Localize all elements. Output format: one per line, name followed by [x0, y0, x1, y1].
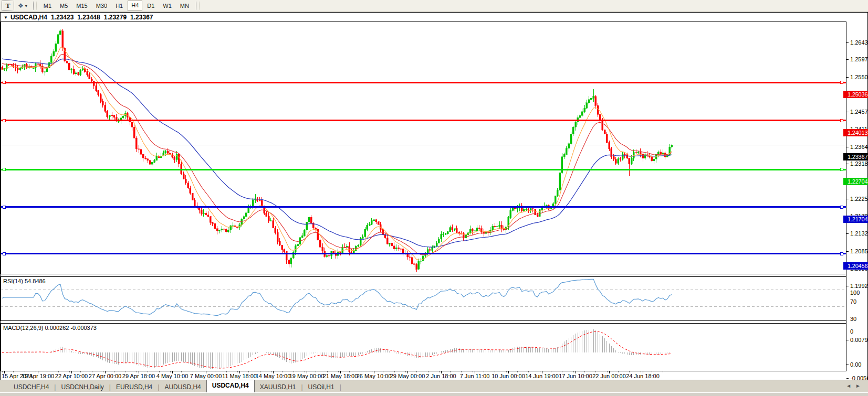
time-tick-minor — [159, 371, 160, 372]
time-tick-minor — [495, 371, 495, 372]
rsi-label: RSI(14) 54.8486 — [3, 278, 46, 284]
time-tick-minor — [226, 371, 227, 372]
tab-scroll-right-icon[interactable]: ► — [855, 383, 865, 389]
time-tick-minor — [595, 371, 596, 372]
time-tick-minor — [305, 371, 305, 372]
axis-border — [846, 22, 846, 371]
time-tick-minor — [215, 371, 215, 372]
time-tick-minor — [47, 371, 47, 372]
tab-usdchf-h4[interactable]: USDCHF,H4 — [8, 381, 54, 393]
price-tick-label: 1.19920 — [850, 283, 868, 289]
timeframe-bar: M1M5M15M30H1H4D1W1MN — [39, 1, 193, 11]
time-tick-minor — [416, 371, 417, 372]
tab-scroll: ◄► — [846, 383, 865, 389]
ohlc-low: 1.23279 — [104, 14, 127, 21]
time-tick-minor — [193, 371, 193, 372]
timeframe-button-m15[interactable]: M15 — [72, 1, 91, 10]
time-tick-minor — [80, 371, 81, 372]
macd-panel[interactable] — [1, 323, 846, 371]
collapse-triangle-icon[interactable]: ▼ — [4, 15, 8, 20]
time-axis-label: 19 Apr 19:00 — [22, 373, 54, 379]
time-tick-minor — [618, 371, 619, 372]
time-tick-minor — [327, 371, 328, 372]
objects-button[interactable]: ❖ ▾ — [15, 1, 30, 10]
timeframe-button-m30[interactable]: M30 — [92, 1, 111, 10]
time-tick-minor — [540, 371, 540, 372]
timeframe-button-h4[interactable]: H4 — [128, 1, 142, 11]
timeframe-button-d1[interactable]: D1 — [143, 1, 158, 10]
time-axis-label: 22 Apr 10:00 — [55, 373, 88, 379]
time-tick-minor — [405, 371, 406, 372]
macd-axis-label: 0.007959 — [850, 337, 868, 343]
time-tick-minor — [92, 371, 92, 372]
time-tick-minor — [316, 371, 316, 372]
tab-scroll-left-icon[interactable]: ◄ — [846, 383, 855, 389]
rsi-panel[interactable] — [1, 276, 846, 321]
price-tick-label: 1.24570 — [850, 109, 868, 115]
time-tick-minor — [338, 371, 339, 372]
price-tick-mark — [846, 286, 849, 286]
rsi-axis-label: 100 — [850, 290, 860, 296]
time-tick-minor — [629, 371, 630, 372]
timeframe-button-mn[interactable]: MN — [176, 1, 193, 10]
tab-eurusd-h4[interactable]: EURUSD,H4 — [111, 381, 158, 393]
time-tick-minor — [528, 371, 529, 372]
time-tick-minor — [361, 371, 361, 372]
tab-audusd-h4[interactable]: AUDUSD,H4 — [159, 381, 206, 393]
time-tick-minor — [584, 371, 585, 372]
time-tick-minor — [69, 371, 70, 372]
objects-icon: ❖ — [18, 2, 24, 9]
tab-separator: | — [340, 381, 341, 393]
time-axis-label: 10 Jun 00:00 — [491, 373, 525, 379]
price-tick-mark — [846, 147, 849, 147]
price-tick-mark — [846, 233, 849, 234]
tab-usoil-h1[interactable]: USOil,H1 — [303, 381, 340, 393]
time-axis-label: 14 Jun 19:00 — [525, 373, 559, 379]
time-axis-label: 14 May 10:00 — [256, 373, 291, 379]
tab-xauusd-h1[interactable]: XAUUSD,H1 — [255, 381, 301, 393]
time-tick-minor — [383, 371, 383, 372]
time-axis-label: 22 Jun 00:00 — [592, 373, 626, 379]
time-tick-minor — [25, 371, 25, 372]
ohlc-high: 1.23448 — [77, 14, 100, 21]
time-tick-minor — [506, 371, 507, 372]
time-tick-minor — [607, 371, 608, 372]
price-level-label: 1.23367 — [843, 153, 868, 160]
time-tick-minor — [260, 371, 260, 372]
tab-usdcad-h4[interactable]: USDCAD,H4 — [206, 380, 255, 393]
chart-window: ▼ USDCAD,H4 1.23423 1.23448 1.23279 1.23… — [0, 12, 868, 380]
time-tick-minor — [439, 371, 440, 372]
time-tick-minor — [148, 371, 148, 372]
time-axis-label: 4 May 10:00 — [156, 373, 189, 379]
time-axis-label: 11 May 18:00 — [222, 373, 257, 379]
macd-value: 0.000262 -0.000373 — [45, 325, 96, 331]
time-axis-label: 19 May 00:00 — [289, 373, 325, 379]
time-tick-minor — [450, 371, 451, 372]
price-tick-label: 1.25970 — [850, 56, 868, 62]
timeframe-button-w1[interactable]: W1 — [159, 1, 175, 10]
timeframe-button-h1[interactable]: H1 — [112, 1, 127, 10]
time-tick-minor — [170, 371, 171, 372]
timeframe-button-m1[interactable]: M1 — [40, 1, 55, 10]
time-axis-label: 21 May 18:00 — [323, 373, 358, 379]
price-tick-mark — [846, 251, 849, 252]
toolbar-grip[interactable] — [196, 2, 200, 10]
tab-usdcnh-daily[interactable]: USDCNH,Daily — [56, 381, 109, 393]
time-tick-minor — [103, 371, 103, 372]
time-axis[interactable]: 15 Apr 202119 Apr 19:0022 Apr 10:0027 Ap… — [1, 371, 846, 380]
time-tick-minor — [294, 371, 294, 372]
time-tick-minor — [473, 371, 473, 372]
price-tick-label: 1.22250 — [850, 196, 868, 202]
toolbar-grip[interactable] — [33, 2, 37, 10]
price-tick-mark — [846, 59, 849, 60]
price-tick-label: 1.23180 — [850, 160, 868, 167]
dropdown-caret-icon: ▾ — [25, 4, 27, 8]
time-tick-minor — [428, 371, 428, 372]
price-tick-mark — [846, 42, 849, 43]
price-chart[interactable] — [1, 22, 846, 274]
macd-tick-mark — [846, 365, 849, 365]
macd-label: MACD(12,26,9) 0.000262 -0.000373 — [3, 325, 97, 331]
timeframe-button-m5[interactable]: M5 — [56, 1, 71, 10]
text-tool-button[interactable]: T — [2, 1, 14, 11]
rsi-axis-label: 0 — [850, 328, 853, 335]
